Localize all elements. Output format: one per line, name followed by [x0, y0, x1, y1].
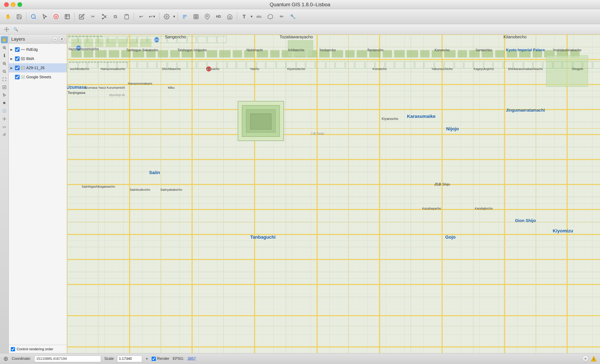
control-rendering-checkbox[interactable] [11, 347, 15, 351]
pan-sidebar-button[interactable]: ✋ [1, 36, 8, 43]
svg-rect-82 [84, 39, 93, 47]
toolbar-sep-5 [178, 12, 178, 21]
svg-rect-248 [217, 62, 226, 68]
identify-button[interactable] [28, 11, 39, 22]
cut-button[interactable] [99, 11, 110, 22]
epsg-value[interactable]: 3857 [188, 356, 196, 361]
select-sidebar[interactable] [1, 92, 8, 99]
coordinate-input[interactable] [34, 355, 101, 362]
save-button[interactable] [14, 11, 25, 22]
layer-expand-a29[interactable]: ▶ [10, 66, 14, 70]
svg-text:Nishimachi: Nishimachi [246, 48, 263, 52]
zoom-in-status[interactable]: + [582, 355, 589, 362]
svg-rect-238 [118, 62, 127, 68]
svg-rect-107 [308, 50, 317, 57]
layer-expand-blda[interactable]: ▶ [10, 57, 14, 60]
svg-text:Kitanobecho: Kitanobecho [503, 35, 526, 39]
label-button[interactable]: abc [254, 11, 265, 22]
svg-rect-224 [138, 36, 147, 43]
svg-rect-212 [113, 62, 115, 63]
measure-button[interactable] [265, 11, 276, 22]
svg-rect-127 [557, 50, 568, 57]
layer-visible-rdedg[interactable] [15, 47, 19, 52]
query-button[interactable] [179, 11, 190, 22]
plugin-button[interactable]: 🔧 [288, 11, 298, 22]
svg-rect-115 [407, 50, 418, 57]
attribute-table-button[interactable] [191, 11, 201, 22]
zoom-in-select-sidebar[interactable] [1, 44, 8, 51]
layer-item-rdedg[interactable]: ▶ RdEdg [9, 45, 67, 54]
measure-line-sidebar[interactable] [1, 115, 8, 122]
render-checkbox[interactable] [152, 357, 156, 361]
toolbar-sep-2 [74, 12, 75, 21]
layer-item-google[interactable]: G Google Streets [9, 73, 67, 82]
zoom-history-button[interactable] [202, 11, 213, 22]
select-button[interactable] [39, 11, 50, 22]
zoom-in-button2[interactable]: 🔍 [12, 25, 20, 34]
close-button[interactable] [4, 2, 9, 7]
identify-sidebar[interactable]: ⓘ [1, 108, 8, 115]
svg-line-10 [103, 15, 106, 18]
svg-rect-275 [484, 62, 493, 68]
scale-label: Scale [104, 356, 114, 361]
svg-rect-281 [543, 62, 552, 68]
toolbar-nav-group [28, 11, 73, 22]
maximize-button[interactable] [18, 2, 22, 7]
map-area[interactable]: 101 101 102 Sangencho Tozaitawarayacho K… [67, 35, 600, 353]
layer-visible-a29[interactable] [15, 66, 19, 70]
copy-button[interactable]: ⧉ [110, 11, 121, 22]
svg-rect-118 [444, 50, 456, 57]
layer-item-blda[interactable]: ▶ BldA [9, 54, 67, 63]
window-controls [4, 2, 22, 7]
svg-rect-121 [482, 50, 493, 57]
svg-rect-266 [395, 62, 404, 68]
settings-button[interactable] [161, 11, 172, 22]
zoom-out-sidebar[interactable] [1, 68, 8, 75]
zoom-layer-sidebar[interactable] [1, 84, 8, 91]
svg-text:Kiyanocho: Kiyanocho [382, 117, 398, 121]
deselect-button[interactable] [51, 11, 61, 22]
svg-text:Mibu: Mibu [168, 86, 175, 89]
svg-rect-232 [217, 36, 226, 43]
annotate-button[interactable]: ✏ [276, 11, 287, 22]
svg-rect-260 [336, 62, 345, 68]
move-button[interactable]: ✂ [87, 11, 98, 22]
undo-button[interactable]: ↩ [136, 11, 146, 22]
svg-rect-132 [250, 114, 271, 129]
svg-text:Kiyomotecho: Kiyomotecho [287, 67, 305, 71]
layer-item-a29[interactable]: ▶ A29-11_26 [9, 63, 67, 73]
refresh-sidebar[interactable]: ↺ [1, 131, 8, 138]
layers-controls: – ✕ [52, 36, 64, 42]
info-sidebar[interactable]: ℹ [1, 52, 8, 59]
paste-button[interactable] [121, 11, 132, 22]
redo-button[interactable]: ↩ ▼ [147, 11, 158, 22]
svg-text:Taishogun Ichijocho: Taishogun Ichijocho [178, 48, 207, 52]
hd-button[interactable]: HD [213, 11, 224, 22]
svg-rect-234 [79, 62, 87, 68]
svg-rect-228 [178, 36, 187, 43]
scale-input[interactable] [117, 355, 142, 362]
minimize-button[interactable] [11, 2, 15, 7]
layers-minimize-button[interactable]: – [52, 36, 58, 42]
svg-rect-223 [128, 36, 137, 43]
scale-dropdown-arrow[interactable]: ▼ [145, 357, 148, 360]
svg-line-21 [5, 48, 6, 49]
layers-close-button[interactable]: ✕ [59, 36, 64, 42]
zoom-in-sidebar[interactable] [1, 60, 8, 67]
digitize-button[interactable] [76, 11, 87, 22]
home-button[interactable] [224, 11, 235, 22]
svg-point-149 [206, 66, 211, 72]
zoom-full-sidebar[interactable] [1, 76, 8, 83]
layer-visible-google[interactable] [15, 75, 19, 79]
epsg-label: EPSG: [173, 356, 184, 361]
capture-button[interactable] [62, 11, 73, 22]
pan-map-button[interactable] [2, 25, 11, 34]
text-button[interactable]: T [239, 11, 250, 22]
deselect-sidebar[interactable]: ✖ [1, 100, 8, 107]
layer-visible-blda[interactable] [15, 56, 19, 61]
layer-expand-rdedg[interactable]: ▶ [10, 48, 14, 51]
measure-area-sidebar[interactable]: ▭ [1, 123, 8, 130]
svg-rect-91 [109, 50, 119, 57]
svg-rect-267 [405, 62, 414, 68]
pan-tool-button[interactable]: ✋ [2, 11, 13, 22]
